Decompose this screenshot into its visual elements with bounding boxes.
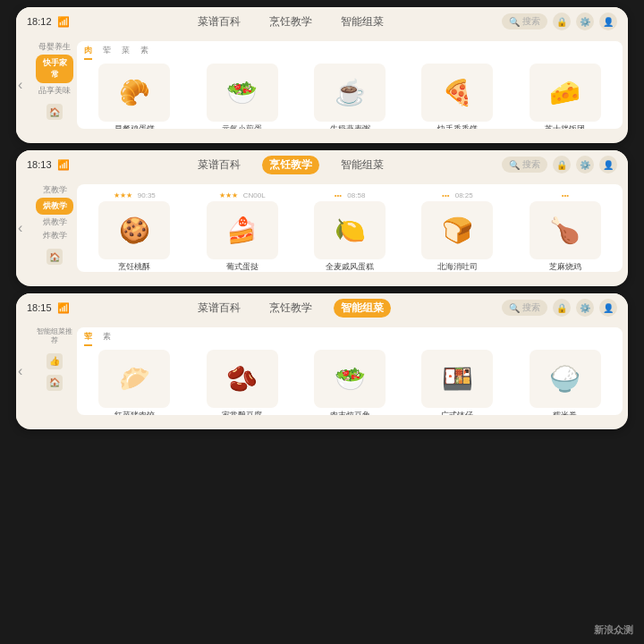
settings-icon-1[interactable]: ⚙️ — [576, 13, 594, 30]
food-item-2-2[interactable]: ••• 08:58 🍋 全麦戚风蛋糕 — [298, 191, 402, 272]
food-meta-2-3: ••• 08:25 — [442, 191, 473, 199]
food-grid-wrap-2: ★★★ 90:35 🍪 烹饪桃酥 ★★★ CN00L 🍰 葡式蛋挞 — [77, 184, 623, 272]
content-2: ‹ 烹教学 烘教学 烘教学 炸教学 🏠 ★★★ 90:35 🍪 烹饪桃酥 — [16, 179, 628, 277]
header-icons-3: 🔍 搜索 🔒 ⚙️ 👤 — [502, 299, 617, 317]
search-placeholder-2: 搜索 — [522, 158, 540, 171]
back-arrow-3[interactable]: ‹ — [18, 363, 22, 379]
category-tabs-3: 荤 素 — [77, 327, 623, 346]
wifi-icon: 📶 — [57, 16, 70, 28]
sidebar-nav-1: 母婴养生 快手家常 品享美味 — [20, 41, 73, 97]
food-item-3-0[interactable]: 🥟 红菜猪肉饺 — [82, 350, 186, 415]
sidebar-nav-3: 智能组菜推荐 — [20, 327, 73, 346]
food-item-2-1[interactable]: ★★★ CN00L 🍰 葡式蛋挞 — [190, 191, 293, 272]
thumb-icon-3[interactable]: 👍 — [47, 353, 63, 369]
food-meta-2-0: ★★★ 90:35 — [114, 191, 156, 199]
nav-smart-2[interactable]: 智能组菜 — [334, 156, 391, 174]
food-label-1-3: 快手香香饼 — [437, 124, 478, 129]
nav-1: 菜谱百科 烹饪教学 智能组菜 — [80, 13, 502, 31]
user-icon-3[interactable]: 👤 — [599, 299, 617, 317]
food-item-3-1[interactable]: 🫘 家常酿豆腐 — [190, 350, 293, 415]
food-item-2-4[interactable]: ••• 🍗 芝麻烧鸡 — [513, 191, 617, 272]
content-3: ‹ 智能组菜推荐 👍 🏠 荤 素 🥟 红菜猪肉饺 🫘 家常 — [16, 322, 628, 420]
wifi-icon-3: 📶 — [57, 302, 70, 314]
food-item-1-0[interactable]: 🥐 早餐鸡蛋饼 — [82, 64, 186, 129]
watermark: 新浪众测 — [594, 623, 633, 637]
cat-veg-3[interactable]: 素 — [103, 331, 111, 346]
settings-icon-2[interactable]: ⚙️ — [576, 156, 594, 174]
nav-cooking-3[interactable]: 烹饪教学 — [262, 299, 319, 318]
food-item-3-4[interactable]: 🍚 糯米卷 — [513, 350, 617, 415]
sidebar-icons-2: 🏠 — [20, 249, 73, 265]
food-label-2-4: 芝麻烧鸡 — [549, 262, 581, 272]
time-2: 18:13 — [27, 159, 52, 170]
panel-2: 18:13 📶 菜谱百科 烹饪教学 智能组菜 🔍 搜索 🔒 ⚙️ 👤 ‹ 烹教学… — [16, 150, 628, 286]
food-item-1-1[interactable]: 🥗 元气小煎蛋 — [190, 64, 293, 129]
food-label-2-0: 烹饪桃酥 — [118, 262, 150, 272]
food-label-3-3: 广式钵仔 — [441, 411, 473, 415]
user-icon-2[interactable]: 👤 — [599, 156, 617, 174]
food-grid-wrap-3: 荤 素 🥟 红菜猪肉饺 🫘 家常酿豆腐 🥗 肉末炖豆角 🍱 广 — [77, 327, 623, 415]
search-bar-3[interactable]: 🔍 搜索 — [502, 300, 547, 316]
search-bar-2[interactable]: 🔍 搜索 — [502, 157, 547, 173]
back-arrow-1[interactable]: ‹ — [18, 77, 22, 93]
sidebar-active-btn-1[interactable]: 快手家常 — [36, 55, 73, 83]
user-icon-1[interactable]: 👤 — [599, 13, 617, 30]
cat-meat-3[interactable]: 荤 — [84, 331, 92, 346]
lock-icon-2[interactable]: 🔒 — [553, 156, 571, 174]
search-icon-1: 🔍 — [509, 17, 520, 27]
back-arrow-2[interactable]: ‹ — [18, 220, 22, 236]
food-label-2-1: 葡式蛋挞 — [226, 262, 258, 272]
cat-plain-1[interactable]: 素 — [140, 45, 148, 60]
food-img-3-3: 🍱 — [421, 350, 493, 408]
food-item-1-2[interactable]: ☕ 牛奶燕麦粥 — [298, 64, 402, 129]
nav-cooking-1[interactable]: 烹饪教学 — [262, 13, 319, 31]
lock-icon-1[interactable]: 🔒 — [553, 13, 571, 30]
sidebar-sub-label-1: 品享美味 — [36, 85, 73, 97]
food-img-3-1: 🫘 — [207, 350, 278, 408]
search-icon-3: 🔍 — [509, 303, 520, 313]
food-img-1-3: 🍕 — [421, 64, 493, 122]
category-tabs-1: 肉 荤 菜 素 — [77, 41, 623, 60]
nav-smart-3[interactable]: 智能组菜 — [334, 299, 391, 318]
lock-icon-3[interactable]: 🔒 — [553, 299, 571, 317]
settings-icon-3[interactable]: ⚙️ — [576, 299, 594, 317]
home-icon-1[interactable]: 🏠 — [47, 104, 63, 120]
sidebar-sub-2c: 炸教学 — [36, 230, 73, 242]
food-item-1-3[interactable]: 🍕 快手香香饼 — [405, 64, 509, 129]
nav-smart-1[interactable]: 智能组菜 — [334, 13, 391, 31]
sidebar-icons-3: 👍 🏠 — [20, 353, 73, 391]
nav-2: 菜谱百科 烹饪教学 智能组菜 — [80, 156, 502, 174]
food-label-1-4: 芝士拌饭团 — [545, 124, 585, 129]
food-label-3-0: 红菜猪肉饺 — [114, 411, 155, 415]
cat-mixed-1[interactable]: 荤 — [103, 45, 111, 60]
sidebar-2: ‹ 烹教学 烘教学 烘教学 炸教学 🏠 — [16, 179, 77, 277]
nav-baike-2[interactable]: 菜谱百科 — [191, 156, 248, 174]
nav-cooking-2[interactable]: 烹饪教学 — [262, 156, 319, 174]
food-img-1-1: 🥗 — [207, 64, 278, 122]
panel-1: 18:12 📶 菜谱百科 烹饪教学 智能组菜 🔍 搜索 🔒 ⚙️ 👤 ‹ 母婴养… — [16, 7, 628, 143]
search-bar-1[interactable]: 🔍 搜索 — [502, 13, 547, 30]
food-grid-wrap-1: 肉 荤 菜 素 🥐 早餐鸡蛋饼 🥗 元气小煎蛋 ☕ 牛奶燕麦粥 — [77, 41, 623, 129]
food-item-2-3[interactable]: ••• 08:25 🍞 北海消吐司 — [405, 191, 509, 272]
sidebar-icons-1: 🏠 — [20, 104, 73, 120]
home-icon-3[interactable]: 🏠 — [47, 375, 63, 391]
food-label-1-1: 元气小煎蛋 — [222, 124, 262, 129]
food-img-2-4: 🍗 — [530, 201, 601, 259]
nav-baike-1[interactable]: 菜谱百科 — [191, 13, 248, 31]
food-item-1-4[interactable]: 🧀 芝士拌饭团 — [513, 64, 617, 129]
home-icon-2[interactable]: 🏠 — [47, 249, 63, 265]
food-label-2-2: 全麦戚风蛋糕 — [326, 262, 374, 272]
food-item-3-3[interactable]: 🍱 广式钵仔 — [405, 350, 509, 415]
food-item-3-2[interactable]: 🥗 肉末炖豆角 — [298, 350, 402, 415]
cat-veg-1[interactable]: 菜 — [122, 45, 130, 60]
food-img-2-3: 🍞 — [421, 201, 493, 259]
food-label-3-4: 糯米卷 — [553, 411, 577, 415]
nav-baike-3[interactable]: 菜谱百科 — [191, 299, 248, 318]
food-label-3-2: 肉末炖豆角 — [330, 411, 370, 415]
cat-meat-1[interactable]: 肉 — [84, 45, 92, 60]
food-meta-2-4: ••• — [562, 191, 569, 199]
food-item-2-0[interactable]: ★★★ 90:35 🍪 烹饪桃酥 — [82, 191, 186, 272]
sidebar-active-btn-2[interactable]: 烘教学 — [36, 198, 73, 215]
header-icons-2: 🔍 搜索 🔒 ⚙️ 👤 — [502, 156, 617, 174]
wifi-icon-2: 📶 — [57, 159, 70, 171]
